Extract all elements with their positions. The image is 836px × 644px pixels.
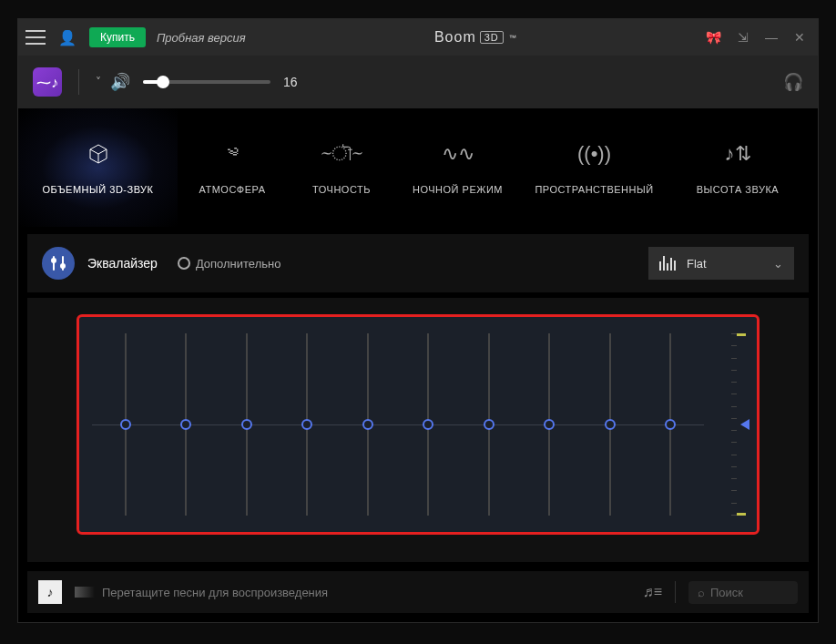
eq-thumb[interactable] [665,419,676,430]
eq-highlight-box [76,314,760,535]
advanced-label: Дополнительно [196,257,281,271]
trial-label: Пробная версия [157,31,246,45]
eq-bars-icon [659,256,676,271]
eq-thumb[interactable] [241,419,252,430]
volume-icon[interactable]: 🔊 [110,72,130,92]
radio-off-icon [178,257,190,270]
meter-pointer-icon[interactable] [740,419,749,430]
album-art-placeholder[interactable]: ♪ [38,580,62,604]
volume-value: 16 [283,75,298,89]
eq-band-5[interactable] [367,333,369,516]
titlebar: 👤 Купить Пробная версия Boom 3D ™ 🎀 ⇲ — … [18,19,818,56]
cube-icon [85,140,112,168]
menu-button[interactable] [25,27,46,47]
divider [78,69,79,95]
eq-thumb[interactable] [120,419,131,430]
user-icon[interactable]: 👤 [58,29,76,46]
eq-band-7[interactable] [488,333,490,516]
eq-thumb[interactable] [301,419,312,430]
eq-thumb[interactable] [423,419,433,430]
mode-night[interactable]: ∿∿ НОЧНОЙ РЕЖИМ [396,108,519,227]
chevron-down-icon: ⌄ [773,257,783,271]
eq-band-3[interactable] [246,333,248,516]
app-badge: 3D [480,31,504,44]
volume-bar: ⁓♪ ˅ 🔊 16 🎧 [18,56,818,108]
player-bar: ♪ Перетащите песни для воспроизведения ♬… [27,571,809,613]
mode-pitch[interactable]: ♪⇅ ВЫСОТА ЗВУКА [669,108,806,227]
mode-3d-sound[interactable]: ОБЪЕМНЫЙ 3D-ЗВУК [18,108,178,227]
window-controls: 🎀 ⇲ — ✕ [706,30,805,45]
search-placeholder: Поиск [710,586,743,599]
meter-top-mark [737,333,746,336]
search-icon: ⌕ [698,586,705,599]
mode-ambience[interactable]: ༄ АТМОСФЕРА [178,108,287,227]
svg-point-2 [52,259,56,262]
mode-label: ОБЪЕМНЫЙ 3D-ЗВУК [43,184,154,195]
buy-button[interactable]: Купить [89,27,146,47]
eq-band-9[interactable] [609,333,611,516]
mode-spatial[interactable]: ((•)) ПРОСТРАНСТВЕННЫЙ [519,108,669,227]
spread-icon: ((•)) [577,140,611,168]
mode-fidelity[interactable]: ⁓ৗ⁓ ТОЧНОСТЬ [287,108,396,227]
source-dropdown-icon[interactable]: ˅ [96,76,101,88]
eq-band-2[interactable] [185,333,187,516]
mode-label: ПРОСТРАНСТВЕННЫЙ [535,184,653,195]
mode-label: ТОЧНОСТЬ [312,184,371,195]
eq-sliders [92,333,704,516]
waves-icon: ༄ [228,140,238,168]
search-input[interactable]: ⌕ Поиск [688,581,798,604]
advanced-toggle[interactable]: Дополнительно [178,257,281,271]
eq-band-6[interactable] [427,333,429,516]
night-icon: ∿∿ [442,140,474,168]
svg-point-3 [61,264,65,268]
headphones-icon[interactable]: 🎧 [783,72,803,92]
drop-zone-label[interactable]: Перетащите песни для воспроизведения [75,586,328,599]
playlist-icon[interactable]: ♬≡ [643,584,662,600]
pulse-icon: ⁓ৗ⁓ [321,140,362,168]
eq-area [27,298,809,562]
meter-bottom-mark [737,513,746,516]
trademark: ™ [509,34,517,42]
app-window: 👤 Купить Пробная версия Boom 3D ™ 🎀 ⇲ — … [17,18,819,623]
pitch-icon: ♪⇅ [725,140,751,168]
restore-icon[interactable]: ⇲ [738,30,749,45]
eq-band-8[interactable] [548,333,550,516]
eq-thumb[interactable] [544,419,555,430]
divider [675,581,676,603]
eq-thumb[interactable] [362,419,373,430]
app-logo[interactable]: ⁓♪ [33,67,62,97]
preset-name: Flat [687,257,762,271]
eq-header: Эквалайзер Дополнительно Flat ⌄ [27,234,809,292]
eq-thumb[interactable] [484,419,494,430]
volume-slider[interactable] [143,80,270,84]
mode-label: ВЫСОТА ЗВУКА [697,184,779,195]
eq-label: Эквалайзер [87,256,158,271]
mode-label: НОЧНОЙ РЕЖИМ [413,184,503,195]
eq-thumb[interactable] [605,419,616,430]
level-meter [724,333,744,516]
app-title: Boom 3D ™ [246,29,706,46]
meter-ticks [731,333,737,516]
volume-thumb[interactable] [157,76,169,88]
eq-band-1[interactable] [125,333,127,516]
mode-tabs: ОБЪЕМНЫЙ 3D-ЗВУК ༄ АТМОСФЕРА ⁓ৗ⁓ ТОЧНОСТ… [18,108,818,227]
app-name: Boom [434,29,476,46]
eq-toggle-button[interactable] [42,247,75,280]
eq-band-4[interactable] [306,333,308,516]
minimize-icon[interactable]: — [765,30,778,45]
close-icon[interactable]: ✕ [794,30,805,45]
eq-thumb[interactable] [180,419,191,430]
preset-dropdown[interactable]: Flat ⌄ [648,247,794,280]
mode-label: АТМОСФЕРА [199,184,266,195]
eq-band-10[interactable] [669,333,671,516]
gift-icon[interactable]: 🎀 [706,30,721,45]
